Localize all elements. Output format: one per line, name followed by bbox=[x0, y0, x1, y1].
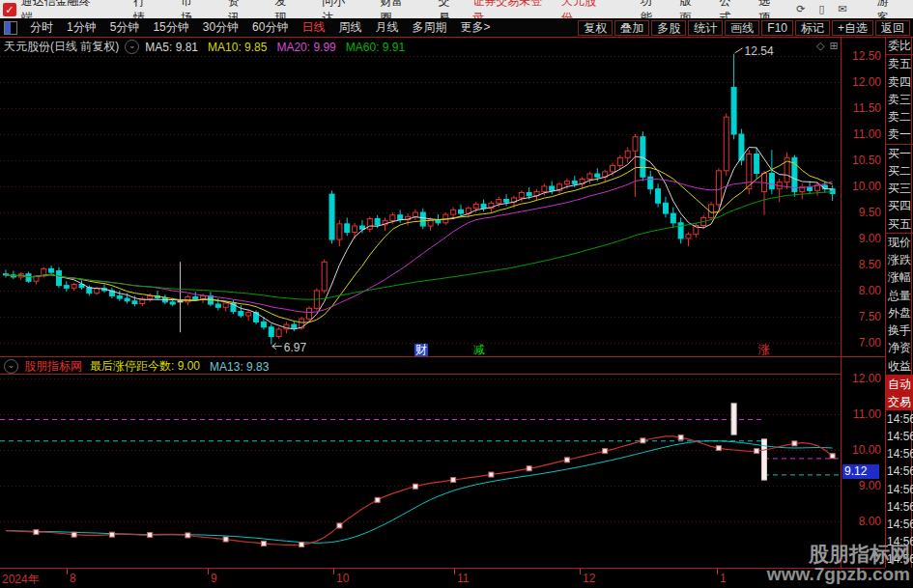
period-item[interactable]: 5分钟 bbox=[110, 19, 140, 36]
diamond-icon[interactable]: ◇ bbox=[816, 40, 829, 51]
mail-icon[interactable]: ✉ bbox=[838, 3, 846, 15]
quote-row: 卖四 bbox=[886, 73, 913, 91]
indicator-current-value-tag: 9.12 bbox=[842, 464, 879, 479]
chevron-down-icon[interactable]: ⌄ bbox=[125, 40, 139, 54]
period-item[interactable]: 多周期 bbox=[412, 19, 446, 36]
indicator-value-2: MA13: 9.83 bbox=[210, 360, 269, 374]
mobile-icon[interactable]: ▯ bbox=[818, 3, 824, 15]
x-axis-year-label: 2024年 bbox=[2, 572, 40, 588]
period-toolbar: 分时1分钟5分钟15分钟30分钟60分钟日线周线月线多周期更多> 复权叠加多股统… bbox=[0, 18, 913, 37]
quote-row: 涨幅 bbox=[886, 268, 913, 286]
sidebar-tab[interactable]: 自动 bbox=[886, 376, 913, 393]
trade-time-row: 14:56 bbox=[886, 516, 913, 533]
quote-sidebar: 委比卖五卖四卖三卖二卖一买一买二买三买四买五现价涨跌涨幅总量外盘换手净资收益自动… bbox=[886, 37, 913, 568]
quote-row: 卖五 bbox=[886, 55, 913, 72]
ma-value: MA10: 9.85 bbox=[208, 41, 267, 54]
toolbar-button[interactable]: 统计 bbox=[688, 20, 723, 36]
quote-row: 卖一 bbox=[886, 126, 913, 143]
toolbar-button[interactable]: F10 bbox=[761, 20, 793, 36]
toolbar-button[interactable]: 多股 bbox=[651, 20, 686, 36]
quote-row: 买三 bbox=[886, 180, 913, 197]
sidebar-tab[interactable]: 交易 bbox=[886, 393, 913, 410]
ma-value: MA5: 9.81 bbox=[145, 41, 198, 54]
quote-row: 委比 bbox=[886, 37, 913, 54]
grid-icon[interactable]: ⊞ bbox=[829, 40, 842, 51]
toolbar-button[interactable]: 标记 bbox=[795, 20, 830, 36]
period-item[interactable]: 15分钟 bbox=[153, 19, 188, 36]
period-item[interactable]: 周线 bbox=[338, 19, 361, 36]
trade-time-row: 14:56 bbox=[886, 445, 913, 462]
toolbar-button[interactable]: +自选 bbox=[832, 20, 873, 36]
ma-values: MA5: 9.81MA10: 9.85MA20: 9.99MA60: 9.91 bbox=[145, 41, 414, 54]
chevron-down-icon[interactable]: ⌄ bbox=[4, 359, 18, 374]
period-item[interactable]: 分时 bbox=[30, 19, 53, 36]
period-item[interactable]: 30分钟 bbox=[203, 19, 239, 36]
quote-row: 收益 bbox=[886, 357, 913, 375]
chart-title: 天元股份(日线 前复权) bbox=[4, 39, 119, 55]
trade-time-row: 14:56 bbox=[886, 498, 913, 516]
period-item[interactable]: 日线 bbox=[301, 19, 325, 36]
period-item[interactable]: 1分钟 bbox=[67, 19, 97, 36]
chart-corner-icons[interactable]: ◇⊞ bbox=[816, 40, 843, 52]
titlebar: ✓ 通达信金融终端 行情市场资讯发现问小达财富圈交易 证券交易未登录 天元股份 … bbox=[0, 0, 913, 18]
period-items: 分时1分钟5分钟15分钟30分钟60分钟日线周线月线多周期更多> bbox=[23, 19, 497, 36]
quote-row: 现价 bbox=[886, 234, 913, 251]
toolbar-button[interactable]: 复权 bbox=[578, 20, 613, 36]
watermark-url: www.7gpzb.com bbox=[767, 564, 910, 585]
tdx-terminal-window: ✓ 通达信金融终端 行情市场资讯发现问小达财富圈交易 证券交易未登录 天元股份 … bbox=[0, 0, 913, 588]
app-logo-icon: ✓ bbox=[3, 3, 16, 16]
quote-row: 净资 bbox=[886, 339, 913, 356]
period-item[interactable]: 更多> bbox=[460, 19, 490, 36]
split-view-icon[interactable] bbox=[4, 21, 17, 35]
toolbar-button[interactable]: 画线 bbox=[725, 20, 759, 36]
chart-canvas[interactable] bbox=[0, 0, 913, 588]
trade-time-row: 14:56 bbox=[886, 481, 913, 498]
quote-row: 外盘 bbox=[886, 304, 913, 322]
ma-value: MA60: 9.91 bbox=[346, 41, 405, 54]
trade-time-row: 14:56 bbox=[886, 428, 913, 445]
quote-row: 涨跌 bbox=[886, 251, 913, 268]
main-chart-header: 天元股份(日线 前复权) ⌄ MA5: 9.81MA10: 9.85MA20: … bbox=[4, 39, 414, 55]
quote-row: 买二 bbox=[886, 162, 913, 180]
quote-row: 卖三 bbox=[886, 91, 913, 108]
quote-row: 总量 bbox=[886, 287, 913, 304]
toolbar-buttons: 复权叠加多股统计画线F10标记+自选返回 bbox=[576, 20, 910, 36]
indicator-header: ⌄ 股朋指标网 最后涨停距今数: 9.00 MA13: 9.83 bbox=[4, 358, 269, 375]
quote-row: 换手 bbox=[886, 322, 913, 339]
period-item[interactable]: 月线 bbox=[375, 19, 398, 36]
toolbar-button[interactable]: 叠加 bbox=[614, 20, 649, 36]
trade-time-row: 14:56 bbox=[886, 410, 913, 428]
ma-value: MA20: 9.99 bbox=[276, 41, 335, 54]
indicator-value-1: 最后涨停距今数: 9.00 bbox=[90, 358, 200, 375]
refresh-icon[interactable]: ⟳ bbox=[796, 3, 805, 15]
quote-row: 买一 bbox=[886, 145, 913, 162]
quote-row: 买五 bbox=[886, 215, 913, 233]
period-item[interactable]: 60分钟 bbox=[252, 19, 288, 36]
trade-time-row: 14:56 bbox=[886, 462, 913, 480]
quote-row: 卖二 bbox=[886, 108, 913, 126]
toolbar-button[interactable]: 返回 bbox=[875, 20, 910, 36]
quote-row: 买四 bbox=[886, 197, 913, 214]
indicator-name: 股朋指标网 bbox=[24, 358, 82, 375]
